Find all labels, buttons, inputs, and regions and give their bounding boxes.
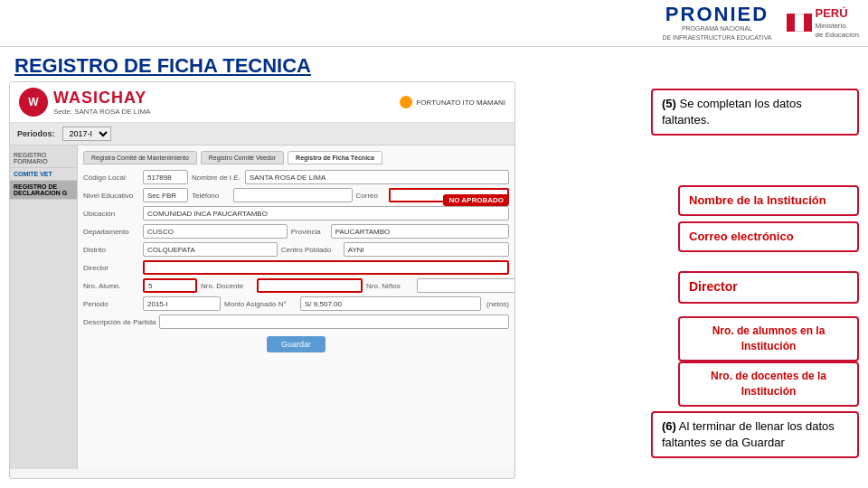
annotations-container: (5) Se completan los datos faltantes. No…: [526, 81, 859, 479]
wasichay-user: FORTUNATO ITO MAMANI: [400, 96, 505, 108]
pronied-subtitle-2: DE INFRAESTRUCTURA EDUCATIVA: [662, 33, 771, 42]
content-area: W WASICHAY Sede: SANTA ROSA DE LIMA FORT…: [0, 81, 868, 479]
provincia-input[interactable]: [331, 224, 509, 239]
main-title-bar: REGISTRO DE FICHA TECNICA: [0, 47, 868, 81]
monto-nota: (netos): [486, 300, 509, 308]
top-header: PRONIED PROGRAMA NACIONAL DE INFRAESTRUC…: [0, 0, 868, 47]
form-row-descripcion: Descripción de Partida: [83, 314, 509, 329]
callout-docentes-line1: Nro. de docentes de la: [711, 370, 826, 382]
codigo-local-label: Código Local: [83, 174, 139, 182]
callout-director: Director: [678, 271, 859, 304]
page-title: REGISTRO DE FICHA TECNICA: [14, 54, 311, 77]
callout-top-number: (5): [662, 97, 676, 110]
provincia-label: Provincia: [291, 228, 327, 236]
distrito-input[interactable]: [143, 242, 278, 257]
tab-comite-mantenimiento[interactable]: Registra Comité de Mantenimiento: [83, 151, 197, 164]
callout-alumnos-line2: Institución: [741, 340, 797, 352]
nro-alumnos-input[interactable]: [143, 278, 197, 293]
callout-correo-text: Correo electrónico: [689, 230, 794, 243]
pronied-subtitle-1: PROGRAMA NACIONAL: [662, 24, 771, 33]
form-row-distrito: Distrito Centro Poblado: [83, 242, 509, 257]
monto-asignado-input[interactable]: [300, 296, 481, 311]
codigo-local-input[interactable]: [143, 170, 188, 184]
no-aprobado-badge: NO APROBADO: [443, 194, 509, 206]
distrito-label: Distrito: [83, 246, 139, 254]
periodo-select[interactable]: 2017-I: [62, 127, 111, 141]
pronied-title: PRONIED: [662, 5, 771, 24]
peru-label: PERÚ: [816, 6, 859, 22]
form-row-alumnos: Nro. Alumn. Nro. Docente Nro. Niños: [83, 278, 509, 293]
tab-comite-veedor[interactable]: Registro Comité Veedor: [201, 151, 284, 164]
periodo-label: Periodos:: [17, 129, 55, 138]
centro-poblado-label: Centro Poblado: [281, 246, 340, 254]
form-row-periodo: Periodo Monto Asignado N° (netos): [83, 296, 509, 311]
side-nav: REGISTRO FORMARIO COMITE VET REGISTRO DE…: [10, 145, 78, 469]
form-body: REGISTRO FORMARIO COMITE VET REGISTRO DE…: [10, 145, 514, 469]
callout-correo: Correo electrónico: [678, 221, 859, 252]
peru-text-block: PERÚ Ministerio de Educación: [816, 6, 859, 41]
form-container: W WASICHAY Sede: SANTA ROSA DE LIMA FORT…: [9, 81, 515, 479]
callout-guardar: (6) Al terminar de llenar los datos falt…: [651, 411, 859, 458]
callout-top: (5) Se completan los datos faltantes.: [651, 89, 859, 136]
nivel-educativo-label: Nivel Educativo: [83, 192, 139, 200]
form-nav-bar: Periodos: 2017-I: [10, 123, 514, 145]
descripcion-input[interactable]: [159, 314, 509, 329]
departamento-label: Departamento: [83, 228, 139, 236]
telefono-label: Teléfono: [192, 192, 230, 200]
flag-white-mid: [795, 14, 804, 32]
side-nav-registro-formario[interactable]: REGISTRO FORMARIO: [10, 149, 77, 168]
departamento-input[interactable]: [143, 224, 288, 239]
pronied-logo: PRONIED PROGRAMA NACIONAL DE INFRAESTRUC…: [662, 5, 859, 41]
side-nav-declaracion[interactable]: REGISTRO DE DECLARACION G: [10, 181, 77, 200]
correo-label: Correo: [356, 192, 385, 200]
ubicacion-input[interactable]: [143, 206, 509, 221]
wasichay-sede: Sede: SANTA ROSA DE LIMA: [53, 108, 150, 116]
ubicacion-label: Ubicación: [83, 210, 139, 218]
tab-ficha-tecnica[interactable]: Registro de Ficha Técnica: [288, 151, 382, 164]
peru-flag: [787, 14, 812, 32]
ministry2-label: de Educación: [816, 31, 859, 40]
wasichay-icon: W: [19, 88, 48, 117]
ministry-label: Ministerio: [816, 22, 859, 31]
form-row-director: Director: [83, 260, 509, 275]
nivel-educativo-input[interactable]: [143, 188, 188, 202]
pronied-text-block: PRONIED PROGRAMA NACIONAL DE INFRAESTRUC…: [662, 5, 771, 41]
nro-ninos-label: Nro. Niños: [366, 282, 413, 290]
callout-alumnos-line1: Nro. de alumnos en la: [712, 324, 826, 337]
wasichay-name-block: WASICHAY Sede: SANTA ROSA DE LIMA: [53, 89, 150, 116]
form-tabs: Registra Comité de Mantenimiento Registr…: [83, 151, 509, 164]
flag-red-left: [787, 14, 795, 32]
callout-nombre-inst-text: Nombre de la Institución: [689, 193, 826, 207]
monto-asignado-label: Monto Asignado N°: [224, 300, 297, 308]
periodo-input[interactable]: [143, 296, 221, 311]
descripcion-label: Descripción de Partida: [83, 318, 156, 326]
nro-docente-input[interactable]: [257, 278, 363, 293]
periodo-form-label: Periodo: [83, 300, 139, 308]
form-row-ubicacion: Ubicación: [83, 206, 509, 221]
form-main: Registra Comité de Mantenimiento Registr…: [78, 145, 514, 469]
callout-guardar-text: Al terminar de llenar los datos faltante…: [662, 419, 835, 449]
callout-director-text: Director: [689, 279, 738, 294]
form-row-depto: Departamento Provincia: [83, 224, 509, 239]
director-input[interactable]: [143, 260, 509, 275]
callout-docentes: Nro. de docentes de la Institución: [678, 361, 859, 407]
nro-ninos-input[interactable]: [417, 278, 514, 293]
callout-top-text: Se completan los datos faltantes.: [662, 97, 802, 127]
nro-docente-label: Nro. Docente: [201, 282, 253, 290]
director-label: Director: [83, 264, 139, 272]
telefono-input[interactable]: [233, 188, 353, 202]
callout-alumnos: Nro. de alumnos en la Institución: [678, 316, 859, 361]
wasichay-logo: W WASICHAY Sede: SANTA ROSA DE LIMA: [19, 88, 150, 117]
nombre-ie-input[interactable]: [245, 170, 509, 184]
wasichay-bar: W WASICHAY Sede: SANTA ROSA DE LIMA FORT…: [10, 82, 514, 123]
side-nav-comite-vet[interactable]: COMITE VET: [10, 168, 77, 181]
peru-flag-block: PERÚ Ministerio de Educación: [787, 6, 859, 41]
flag-red-right: [804, 14, 812, 32]
nombre-ie-label: Nombre de I.E.: [192, 174, 241, 182]
centro-poblado-input[interactable]: [344, 242, 509, 257]
guardar-button[interactable]: Guardar: [267, 336, 326, 352]
nro-alumnos-label: Nro. Alumn.: [83, 282, 139, 290]
user-icon: [400, 96, 412, 108]
form-row-codigo: Código Local Nombre de I.E.: [83, 170, 509, 184]
user-name: FORTUNATO ITO MAMANI: [416, 99, 505, 107]
